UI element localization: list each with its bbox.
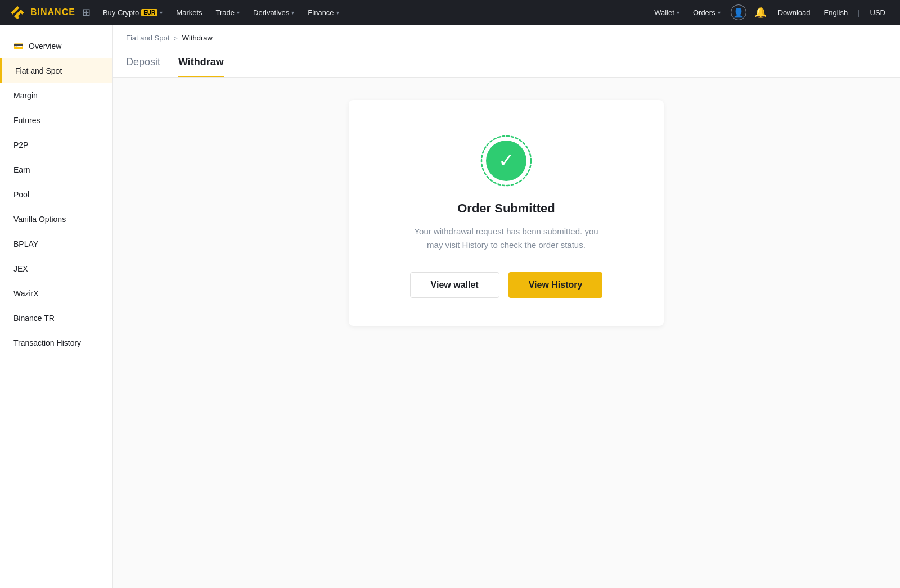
nav-finance[interactable]: Finance ▾: [302, 0, 344, 25]
nav-divider: |: [856, 8, 862, 17]
tab-withdraw[interactable]: Withdraw: [178, 47, 224, 77]
brand-name: BINANCE: [30, 7, 75, 17]
card-buttons: View wallet View History: [410, 272, 603, 298]
sidebar: 💳 Overview Fiat and Spot Margin Futures …: [0, 25, 112, 588]
nav-currency[interactable]: USD: [865, 0, 891, 25]
finance-arrow: ▾: [336, 10, 339, 16]
success-circle: ✓: [486, 141, 526, 181]
breadcrumb-separator: >: [174, 35, 177, 42]
tab-bar: Deposit Withdraw: [112, 47, 900, 78]
binance-logo-icon: [9, 4, 26, 21]
overview-wallet-icon: 💳: [14, 42, 23, 51]
main-content: Fiat and Spot > Withdraw Deposit Withdra…: [112, 25, 900, 588]
nav-derivatives[interactable]: Derivatives ▾: [248, 0, 300, 25]
sidebar-item-fiat-and-spot[interactable]: Fiat and Spot: [0, 58, 112, 83]
content-body: ✓ Order Submitted Your withdrawal reques…: [112, 78, 900, 349]
sidebar-item-vanilla-options[interactable]: Vanilla Options: [0, 207, 112, 232]
breadcrumb-parent[interactable]: Fiat and Spot: [126, 34, 169, 42]
checkmark-icon: ✓: [498, 151, 514, 170]
profile-icon[interactable]: 👤: [731, 4, 746, 20]
sidebar-item-futures[interactable]: Futures: [0, 108, 112, 133]
nav-orders[interactable]: Orders ▾: [687, 0, 726, 25]
nav-language[interactable]: English: [818, 0, 854, 25]
sidebar-item-earn[interactable]: Earn: [0, 157, 112, 182]
sidebar-item-wazirx[interactable]: WazirX: [0, 281, 112, 306]
nav-trade[interactable]: Trade ▾: [210, 0, 245, 25]
order-description: Your withdrawal request has benn submitt…: [411, 225, 602, 252]
sidebar-item-overview[interactable]: 💳 Overview: [0, 34, 112, 58]
sidebar-item-transaction-history[interactable]: Transaction History: [0, 331, 112, 355]
nav-markets[interactable]: Markets: [170, 0, 208, 25]
nav-buy-crypto[interactable]: Buy Crypto EUR ▾: [97, 0, 168, 25]
nav-right: Wallet ▾ Orders ▾ 👤 🔔 Download English |…: [649, 0, 891, 25]
breadcrumb: Fiat and Spot > Withdraw: [112, 25, 900, 47]
sidebar-item-jex[interactable]: JEX: [0, 256, 112, 281]
nav-download[interactable]: Download: [772, 0, 816, 25]
derivatives-arrow: ▾: [291, 10, 294, 16]
main-layout: 💳 Overview Fiat and Spot Margin Futures …: [0, 25, 900, 588]
sidebar-item-pool[interactable]: Pool: [0, 182, 112, 207]
top-navigation: BINANCE ⊞ Buy Crypto EUR ▾ Markets Trade…: [0, 0, 900, 25]
grid-icon[interactable]: ⊞: [82, 6, 91, 19]
sidebar-item-binance-tr[interactable]: Binance TR: [0, 306, 112, 331]
wallet-arrow: ▾: [677, 10, 680, 16]
trade-arrow: ▾: [237, 10, 240, 16]
success-card: ✓ Order Submitted Your withdrawal reques…: [349, 100, 664, 326]
sidebar-item-margin[interactable]: Margin: [0, 83, 112, 108]
nav-wallet[interactable]: Wallet ▾: [649, 0, 685, 25]
order-submitted-title: Order Submitted: [457, 201, 555, 216]
breadcrumb-current: Withdraw: [182, 34, 213, 42]
view-wallet-button[interactable]: View wallet: [410, 272, 500, 298]
sidebar-item-bplay[interactable]: BPLAY: [0, 232, 112, 256]
success-icon-wrap: ✓: [479, 134, 533, 188]
tab-deposit[interactable]: Deposit: [126, 47, 160, 77]
view-history-button[interactable]: View History: [508, 272, 603, 298]
logo-area[interactable]: BINANCE: [9, 4, 75, 21]
sidebar-item-p2p[interactable]: P2P: [0, 133, 112, 157]
buy-crypto-arrow: ▾: [160, 10, 163, 16]
bell-icon[interactable]: 🔔: [751, 6, 770, 19]
orders-arrow: ▾: [718, 10, 721, 16]
